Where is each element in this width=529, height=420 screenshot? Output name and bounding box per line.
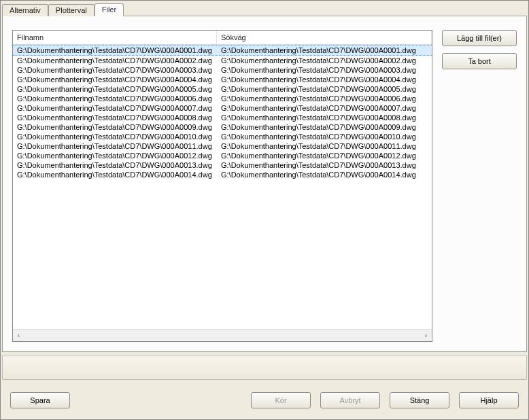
table-row[interactable]: G:\Dokumenthantering\Testdata\CD7\DWG\00…: [13, 132, 432, 141]
cell-sokvag: G:\Dokumenthantering\Testdata\CD7\DWG\00…: [217, 75, 432, 84]
add-files-button[interactable]: Lägg till fil(er): [442, 30, 517, 46]
table-row[interactable]: G:\Dokumenthantering\Testdata\CD7\DWG\00…: [13, 151, 432, 160]
cell-filnamn: G:\Dokumenthantering\Testdata\CD7\DWG\00…: [13, 46, 217, 55]
side-buttons: Lägg till fil(er) Ta bort: [442, 30, 517, 342]
cell-sokvag: G:\Dokumenthantering\Testdata\CD7\DWG\00…: [217, 113, 432, 122]
cell-sokvag: G:\Dokumenthantering\Testdata\CD7\DWG\00…: [217, 132, 432, 141]
cell-filnamn: G:\Dokumenthantering\Testdata\CD7\DWG\00…: [13, 170, 217, 179]
help-button[interactable]: Hjälp: [459, 392, 519, 408]
file-list-body: G:\Dokumenthantering\Testdata\CD7\DWG\00…: [13, 45, 432, 329]
column-header-filnamn[interactable]: Filnamn: [13, 31, 217, 44]
horizontal-scrollbar[interactable]: ‹ ›: [13, 329, 432, 341]
cell-sokvag: G:\Dokumenthantering\Testdata\CD7\DWG\00…: [217, 151, 432, 160]
table-row[interactable]: G:\Dokumenthantering\Testdata\CD7\DWG\00…: [13, 84, 432, 94]
table-row[interactable]: G:\Dokumenthantering\Testdata\CD7\DWG\00…: [13, 141, 432, 151]
column-header-sokvag[interactable]: Sökväg: [217, 31, 432, 44]
table-row[interactable]: G:\Dokumenthantering\Testdata\CD7\DWG\00…: [13, 94, 432, 103]
cell-filnamn: G:\Dokumenthantering\Testdata\CD7\DWG\00…: [13, 65, 217, 75]
tab-strip: Alternativ Plotterval Filer: [1, 1, 528, 16]
remove-button[interactable]: Ta bort: [442, 53, 517, 69]
cell-filnamn: G:\Dokumenthantering\Testdata\CD7\DWG\00…: [13, 103, 217, 113]
save-button[interactable]: Spara: [10, 392, 70, 408]
file-list-wrap: Filnamn Sökväg G:\Dokumenthantering\Test…: [12, 30, 432, 342]
table-row[interactable]: G:\Dokumenthantering\Testdata\CD7\DWG\00…: [13, 122, 432, 132]
cell-filnamn: G:\Dokumenthantering\Testdata\CD7\DWG\00…: [13, 122, 217, 132]
mid-panel: [2, 355, 527, 381]
table-row[interactable]: G:\Dokumenthantering\Testdata\CD7\DWG\00…: [13, 160, 432, 170]
cell-filnamn: G:\Dokumenthantering\Testdata\CD7\DWG\00…: [13, 113, 217, 122]
table-row[interactable]: G:\Dokumenthantering\Testdata\CD7\DWG\00…: [13, 103, 432, 113]
tab-filer[interactable]: Filer: [95, 3, 124, 16]
cell-filnamn: G:\Dokumenthantering\Testdata\CD7\DWG\00…: [13, 151, 217, 160]
cell-sokvag: G:\Dokumenthantering\Testdata\CD7\DWG\00…: [217, 160, 432, 170]
scroll-left-arrow-icon[interactable]: ‹: [13, 330, 24, 341]
cell-filnamn: G:\Dokumenthantering\Testdata\CD7\DWG\00…: [13, 141, 217, 151]
dialog-window: Alternativ Plotterval Filer Filnamn Sökv…: [0, 0, 529, 420]
cell-filnamn: G:\Dokumenthantering\Testdata\CD7\DWG\00…: [13, 75, 217, 84]
run-button[interactable]: Kör: [251, 392, 311, 408]
cell-sokvag: G:\Dokumenthantering\Testdata\CD7\DWG\00…: [217, 65, 432, 75]
table-row[interactable]: G:\Dokumenthantering\Testdata\CD7\DWG\00…: [13, 113, 432, 122]
tab-plotterval[interactable]: Plotterval: [48, 4, 95, 16]
cell-sokvag: G:\Dokumenthantering\Testdata\CD7\DWG\00…: [217, 122, 432, 132]
cell-sokvag: G:\Dokumenthantering\Testdata\CD7\DWG\00…: [217, 56, 432, 65]
table-row[interactable]: G:\Dokumenthantering\Testdata\CD7\DWG\00…: [13, 65, 432, 75]
cell-sokvag: G:\Dokumenthantering\Testdata\CD7\DWG\00…: [217, 84, 432, 94]
cell-sokvag: G:\Dokumenthantering\Testdata\CD7\DWG\00…: [217, 141, 432, 151]
table-row[interactable]: G:\Dokumenthantering\Testdata\CD7\DWG\00…: [13, 170, 432, 179]
tab-page-filer: Filnamn Sökväg G:\Dokumenthantering\Test…: [2, 16, 527, 352]
cell-sokvag: G:\Dokumenthantering\Testdata\CD7\DWG\00…: [217, 46, 432, 55]
tab-alternativ[interactable]: Alternativ: [2, 4, 48, 16]
cell-filnamn: G:\Dokumenthantering\Testdata\CD7\DWG\00…: [13, 160, 217, 170]
cell-filnamn: G:\Dokumenthantering\Testdata\CD7\DWG\00…: [13, 94, 217, 103]
cell-sokvag: G:\Dokumenthantering\Testdata\CD7\DWG\00…: [217, 94, 432, 103]
cancel-button[interactable]: Avbryt: [320, 392, 380, 408]
cell-filnamn: G:\Dokumenthantering\Testdata\CD7\DWG\00…: [13, 56, 217, 65]
cell-sokvag: G:\Dokumenthantering\Testdata\CD7\DWG\00…: [217, 103, 432, 113]
table-row[interactable]: G:\Dokumenthantering\Testdata\CD7\DWG\00…: [13, 45, 432, 56]
table-row[interactable]: G:\Dokumenthantering\Testdata\CD7\DWG\00…: [13, 75, 432, 84]
file-list[interactable]: Filnamn Sökväg G:\Dokumenthantering\Test…: [12, 30, 432, 342]
cell-filnamn: G:\Dokumenthantering\Testdata\CD7\DWG\00…: [13, 84, 217, 94]
scroll-track[interactable]: [24, 330, 420, 341]
cell-sokvag: G:\Dokumenthantering\Testdata\CD7\DWG\00…: [217, 170, 432, 179]
cell-filnamn: G:\Dokumenthantering\Testdata\CD7\DWG\00…: [13, 132, 217, 141]
table-row[interactable]: G:\Dokumenthantering\Testdata\CD7\DWG\00…: [13, 56, 432, 65]
scroll-right-arrow-icon[interactable]: ›: [420, 330, 432, 341]
bottom-button-bar: Spara Kör Avbryt Stäng Hjälp: [1, 381, 528, 419]
close-button[interactable]: Stäng: [390, 392, 449, 408]
file-list-header: Filnamn Sökväg: [13, 31, 432, 45]
